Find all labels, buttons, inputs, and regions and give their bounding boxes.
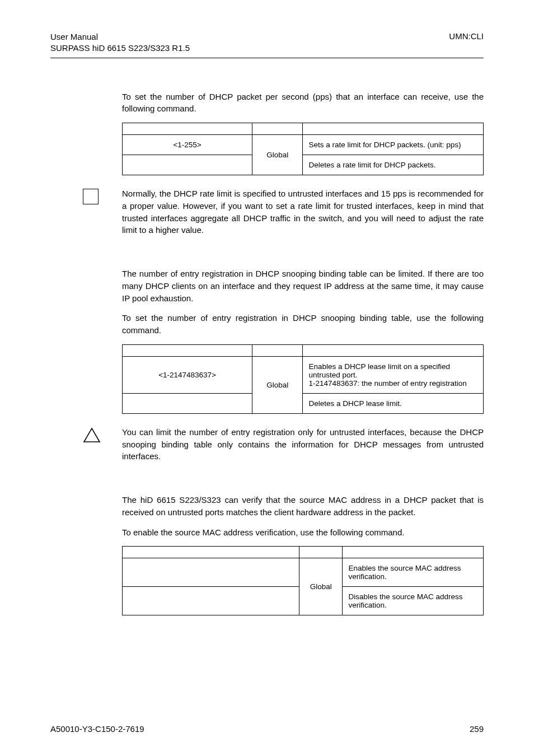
note-text: You can limit the number of entry regist… <box>122 426 484 463</box>
note-icon <box>83 189 99 204</box>
table-row: Deletes a rate limit for DHCP packets. <box>123 155 484 175</box>
desc-line1: Enables a DHCP lease limit on a specifie… <box>308 362 450 379</box>
verify-table: Global Enables the source MAC address ve… <box>122 546 484 615</box>
cell-mode: Global <box>252 356 303 413</box>
cell-command-empty <box>123 587 299 615</box>
th-command <box>123 344 252 356</box>
table-row: <1-2147483637> Global Enables a DHCP lea… <box>123 356 484 393</box>
table-header-row <box>123 123 484 135</box>
warning-icon <box>83 427 101 443</box>
lease-limit-table: <1-2147483637> Global Enables a DHCP lea… <box>122 344 484 414</box>
cell-command-empty <box>123 155 252 175</box>
cell-command-empty <box>123 393 252 413</box>
table-header-row <box>123 344 484 356</box>
cell-command-empty <box>123 558 299 587</box>
note-lease-limit: You can limit the number of entry regist… <box>83 426 484 463</box>
footer-right: 259 <box>470 724 484 734</box>
lease-intro-text-1: The number of entry registration in DHCP… <box>122 268 484 304</box>
th-description <box>303 344 484 356</box>
table-row: Global Enables the source MAC address ve… <box>123 558 484 587</box>
th-command <box>123 123 252 135</box>
header-line2: SURPASS hiD 6615 S223/S323 R1.5 <box>50 43 190 54</box>
cell-mode: Global <box>252 135 303 175</box>
cell-command: <1-255> <box>123 135 252 155</box>
svg-marker-0 <box>84 428 100 442</box>
header-right: UMN:CLI <box>449 31 484 41</box>
table-header-row <box>123 547 484 558</box>
footer-left: A50010-Y3-C150-2-7619 <box>50 724 144 734</box>
table-row: Deletes a DHCP lease limit. <box>123 393 484 413</box>
cell-description: Sets a rate limit for DHCP packets. (uni… <box>303 135 484 155</box>
note-rate-limit: Normally, the DHCP rate limit is specifi… <box>83 188 484 236</box>
th-description <box>303 123 484 135</box>
note-text: Normally, the DHCP rate limit is specifi… <box>122 188 484 236</box>
th-mode <box>252 344 303 356</box>
cell-description: Disables the source MAC address verifica… <box>343 587 484 615</box>
rate-intro-text: To set the number of DHCP packet per sec… <box>122 91 484 115</box>
cell-command: <1-2147483637> <box>123 356 252 393</box>
cell-description: Deletes a DHCP lease limit. <box>303 393 484 413</box>
page-header: User Manual SURPASS hiD 6615 S223/S323 R… <box>50 31 484 54</box>
cell-description: Deletes a rate limit for DHCP packets. <box>303 155 484 175</box>
rate-limit-table: <1-255> Global Sets a rate limit for DHC… <box>122 123 484 175</box>
cell-mode: Global <box>299 558 343 615</box>
th-command <box>123 547 299 558</box>
desc-line2: 1-2147483637: the number of entry regist… <box>308 379 466 388</box>
header-line1: User Manual <box>50 31 190 43</box>
lease-intro-text-2: To set the number of entry registration … <box>122 312 484 337</box>
table-row: <1-255> Global Sets a rate limit for DHC… <box>123 135 484 155</box>
th-mode <box>252 123 303 135</box>
cell-description: Enables the source MAC address verificat… <box>343 558 484 587</box>
header-left: User Manual SURPASS hiD 6615 S223/S323 R… <box>50 31 190 54</box>
verify-intro-text-1: The hiD 6615 S223/S323 can verify that t… <box>122 494 484 519</box>
th-description <box>343 547 484 558</box>
page-footer: A50010-Y3-C150-2-7619 259 <box>50 724 484 734</box>
header-divider <box>50 58 484 58</box>
cell-description: Enables a DHCP lease limit on a specifie… <box>303 356 484 393</box>
verify-intro-text-2: To enable the source MAC address verific… <box>122 526 484 539</box>
th-mode <box>299 547 343 558</box>
